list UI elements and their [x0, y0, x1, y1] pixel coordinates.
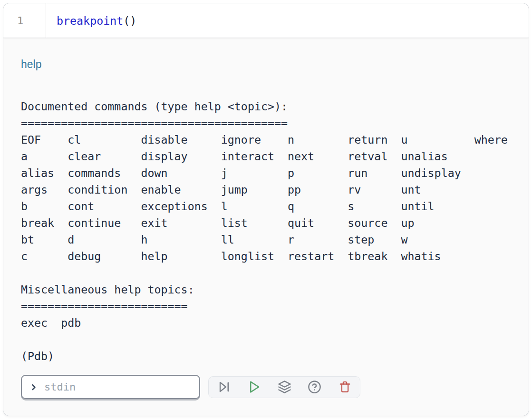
layers-icon	[278, 380, 291, 394]
stack-button[interactable]	[277, 380, 292, 395]
echoed-command: help	[21, 57, 529, 71]
clear-button[interactable]	[337, 380, 352, 395]
help-button[interactable]	[307, 380, 322, 395]
code-editor-line[interactable]: breakpoint()	[46, 3, 529, 38]
stdin-box[interactable]	[21, 375, 200, 399]
code-editor: 1 breakpoint()	[3, 3, 529, 38]
skip-forward-icon	[217, 380, 231, 394]
debug-toolbar	[208, 376, 360, 398]
line-number: 1	[17, 15, 32, 27]
chevron-right-icon	[29, 382, 39, 392]
play-icon	[247, 380, 261, 394]
stdin-input[interactable]	[44, 381, 199, 393]
code-paren-token: ()	[123, 14, 136, 27]
trash-icon	[338, 380, 352, 394]
code-function-token: breakpoint	[57, 14, 123, 27]
help-circle-icon	[308, 380, 321, 394]
run-button[interactable]	[247, 380, 262, 395]
console-output-area: help Documented commands (type help <top…	[3, 38, 529, 416]
step-button[interactable]	[216, 380, 232, 395]
code-runner-panel: 1 breakpoint() help Documented commands …	[3, 3, 529, 416]
line-number-gutter: 1	[3, 3, 46, 38]
console-output: Documented commands (type help <topic>):…	[21, 98, 529, 364]
stdin-row	[21, 375, 529, 399]
